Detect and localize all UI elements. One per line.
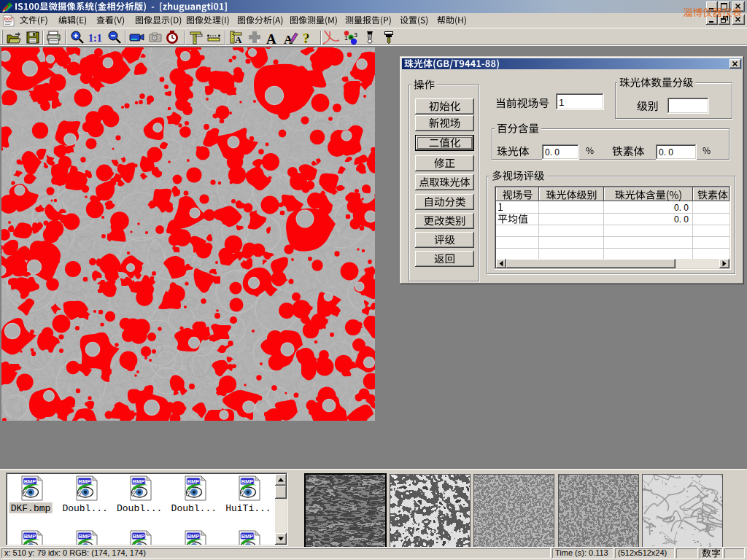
svg-text:0. 0: 0. 0 (674, 214, 689, 225)
svg-text:1: 1 (559, 97, 564, 108)
svg-text:0. 0: 0. 0 (659, 147, 673, 158)
svg-text:(512x512x24): (512x512x24) (618, 548, 667, 557)
svg-text:A: A (266, 31, 276, 47)
svg-text:a: a (349, 34, 353, 41)
svg-text:0. 0: 0. 0 (545, 147, 560, 158)
svg-text:3: 3 (354, 31, 357, 39)
svg-text:Time (s): 0.113: Time (s): 0.113 (555, 548, 608, 557)
svg-text:?: ? (303, 31, 310, 46)
svg-text:1: 1 (344, 34, 348, 42)
svg-text:HuiTi...: HuiTi... (225, 503, 271, 514)
svg-text:1:1: 1:1 (88, 33, 102, 44)
svg-text:A: A (235, 34, 242, 45)
svg-text:Doubl...: Doubl... (117, 503, 162, 514)
svg-text:0. 0: 0. 0 (674, 203, 689, 213)
svg-text:DKF.bmp: DKF.bmp (11, 503, 51, 514)
svg-text:Doubl...: Doubl... (62, 503, 107, 514)
svg-text:Doubl...: Doubl... (171, 503, 217, 514)
svg-text:DOC: DOC (4, 17, 13, 21)
svg-text:x: 510 y: 79 idx: 0 RGB: (17: x: 510 y: 79 idx: 0 RGB: (174, 174, 174) (4, 548, 146, 557)
